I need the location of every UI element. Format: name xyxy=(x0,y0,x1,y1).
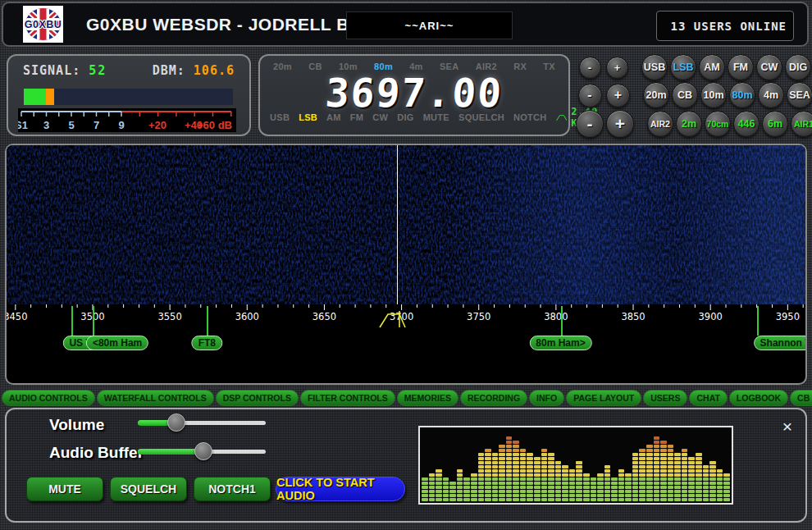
step-plus-button-1[interactable]: + xyxy=(606,57,628,79)
band-button-446[interactable]: 446 xyxy=(733,111,760,137)
notch1-button[interactable]: NOTCH1 xyxy=(194,477,271,501)
eq-bar-22 xyxy=(576,460,582,501)
eq-segment xyxy=(492,490,499,493)
eq-segment xyxy=(646,482,653,485)
eq-segment xyxy=(674,473,681,477)
eq-bar-5 xyxy=(457,468,463,501)
tab-waterfall-controls[interactable]: WATERFALL CONTROLS xyxy=(97,390,214,406)
band-button-am[interactable]: AM xyxy=(699,54,725,80)
marker-label-ft8[interactable]: FT8 xyxy=(192,336,222,350)
eq-segment xyxy=(646,490,653,493)
eq-segment xyxy=(688,486,695,489)
eq-segment xyxy=(541,453,548,456)
eq-segment xyxy=(534,486,541,489)
band-button-sea[interactable]: SEA xyxy=(787,82,812,108)
band-button-2m[interactable]: 2m xyxy=(676,111,702,137)
step-plus-button-3[interactable]: + xyxy=(606,110,634,138)
eq-segment xyxy=(492,477,499,481)
band-button-80m[interactable]: 80m xyxy=(729,82,755,108)
audio-buffer-slider-fill xyxy=(138,449,203,455)
band-button-air1[interactable]: AIR1 xyxy=(791,111,812,137)
eq-segment xyxy=(478,461,485,464)
close-icon[interactable]: × xyxy=(782,418,792,435)
step-minus-button-2[interactable]: - xyxy=(578,84,602,107)
tab-logbook[interactable]: LOGBOOK xyxy=(729,390,788,406)
eq-segment xyxy=(457,482,463,485)
eq-segment xyxy=(492,482,499,485)
eq-segment xyxy=(485,449,491,452)
eq-bar-21 xyxy=(569,468,576,501)
tab-chat[interactable]: CHAT xyxy=(689,390,727,406)
eq-segment xyxy=(485,494,491,497)
tab-page-layout[interactable]: PAGE LAYOUT xyxy=(566,390,641,406)
svg-text:3550: 3550 xyxy=(157,311,181,322)
band-button-cb[interactable]: CB xyxy=(672,82,698,108)
band-button-4m[interactable]: 4m xyxy=(758,82,784,108)
eq-segment xyxy=(625,486,632,489)
eq-segment xyxy=(703,498,709,501)
mode-indicator-dig: DIG xyxy=(397,112,413,122)
band-button-dig[interactable]: DIG xyxy=(785,54,811,80)
volume-slider[interactable] xyxy=(138,413,266,432)
band-button-20m[interactable]: 20m xyxy=(643,82,669,108)
waterfall-display[interactable] xyxy=(7,145,805,304)
eq-segment xyxy=(625,477,632,481)
eq-segment xyxy=(534,457,541,460)
band-button-usb[interactable]: USB xyxy=(641,54,668,80)
svg-text:3850: 3850 xyxy=(621,311,645,322)
svg-text:3450: 3450 xyxy=(7,311,27,322)
eq-segment xyxy=(682,469,688,473)
eq-segment xyxy=(569,477,576,481)
marker-label--80m-ham[interactable]: <80m Ham xyxy=(86,336,148,350)
tuning-cursor-line[interactable] xyxy=(397,145,398,304)
eq-segment xyxy=(548,482,554,485)
eq-segment xyxy=(562,473,568,477)
tab-cb-codes[interactable]: CB CODES xyxy=(790,390,812,406)
eq-segment xyxy=(548,465,554,468)
band-button-6m[interactable]: 6m xyxy=(762,111,788,137)
marker-label-shannon-volmet[interactable]: Shannon Volmet xyxy=(754,336,807,350)
band-button-10m[interactable]: 10m xyxy=(700,82,727,108)
step-minus-button-3[interactable]: - xyxy=(576,110,604,138)
band-button-fm[interactable]: FM xyxy=(728,54,754,80)
eq-segment xyxy=(541,477,548,481)
tab-filter-controls[interactable]: FILTER CONTROLS xyxy=(300,390,395,406)
eq-segment xyxy=(654,490,660,493)
mute-button[interactable]: MUTE xyxy=(26,477,103,501)
band-button-cw[interactable]: CW xyxy=(756,54,782,80)
eq-segment xyxy=(696,482,702,485)
audio-buffer-slider-knob[interactable] xyxy=(194,442,212,460)
tab-dsp-controls[interactable]: DSP CONTROLS xyxy=(216,390,299,406)
tab-memories[interactable]: MEMORIES xyxy=(397,390,458,406)
band-button-air2[interactable]: AIR2 xyxy=(647,111,673,137)
eq-segment xyxy=(696,498,702,501)
marker-label-80m-ham-[interactable]: 80m Ham> xyxy=(529,336,591,350)
eq-segment xyxy=(639,477,645,481)
tab-audio-controls[interactable]: AUDIO CONTROLS xyxy=(2,390,95,406)
eq-segment xyxy=(513,482,519,485)
step-minus-button-1[interactable]: - xyxy=(579,57,601,79)
passband-filter-icon[interactable] xyxy=(377,310,410,330)
eq-segment xyxy=(709,490,716,493)
band-button-70cm[interactable]: 70cm xyxy=(705,111,731,137)
eq-segment xyxy=(688,477,695,481)
eq-segment xyxy=(492,465,499,468)
step-plus-button-2[interactable]: + xyxy=(606,84,630,107)
banner-text: ~~ARI~~ xyxy=(405,20,454,32)
audio-spectrum-equalizer xyxy=(418,426,733,505)
eq-segment xyxy=(709,465,716,468)
eq-segment xyxy=(520,465,527,468)
volume-slider-knob[interactable] xyxy=(167,413,185,432)
band-button-lsb[interactable]: LSB xyxy=(670,54,696,80)
eq-segment xyxy=(534,494,541,497)
tab-users[interactable]: USERS xyxy=(643,390,687,406)
audio-buffer-slider[interactable] xyxy=(138,442,266,460)
start-audio-button[interactable]: CLICK TO START AUDIO xyxy=(276,477,405,501)
tab-info[interactable]: INFO xyxy=(529,390,564,406)
eq-segment xyxy=(646,494,653,497)
tab-recording[interactable]: RECORDING xyxy=(460,390,527,406)
squelch-button[interactable]: SQUELCH xyxy=(110,477,187,501)
eq-segment xyxy=(654,486,660,489)
eq-segment xyxy=(478,473,485,477)
eq-segment xyxy=(576,469,582,473)
